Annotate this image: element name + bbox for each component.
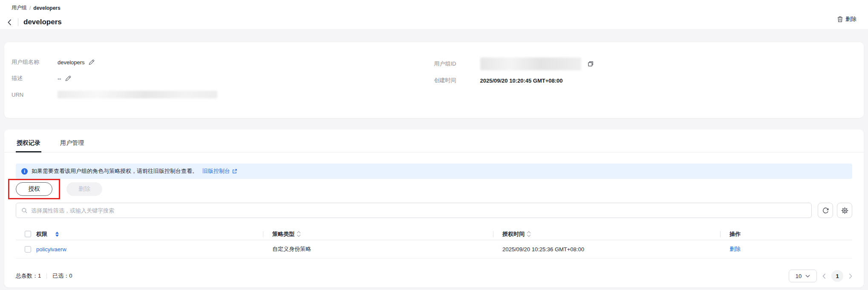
table-settings-button[interactable] (837, 203, 852, 218)
sort-up-icon (55, 232, 59, 234)
description-label: 描述 (12, 75, 58, 82)
delete-group-label: 删除 (845, 15, 856, 23)
tab-bar: 授权记录 用户管理 (16, 135, 852, 152)
column-divider (263, 231, 263, 237)
total-count: 总条数：1 (16, 272, 41, 280)
col-action-label: 操作 (730, 230, 741, 238)
column-divider (720, 231, 721, 237)
tab-authorization-records[interactable]: 授权记录 (16, 135, 41, 152)
page-size-select[interactable]: 10 (789, 270, 817, 282)
chevron-left-icon (8, 19, 12, 26)
legacy-console-link-label: 旧版控制台 (202, 167, 230, 175)
info-banner: i 如果需要查看该用户组的角色与策略授权，请前往旧版控制台查看。 旧版控制台 (16, 164, 852, 179)
previous-page-button[interactable] (822, 273, 826, 279)
caret-down-icon (297, 233, 300, 237)
chevron-right-icon (849, 273, 852, 279)
pagination: 10 1 (789, 270, 852, 282)
authorization-table: 权限 策略类型 授权时间 (16, 228, 852, 258)
group-id-row: 用户组ID (434, 57, 857, 70)
description-row: 描述 -- (12, 74, 434, 83)
record-counts: 总条数：1 已选：0 (16, 272, 72, 280)
sort-auth-time-button[interactable] (528, 232, 530, 236)
sort-down-icon (55, 235, 59, 237)
chevron-down-icon (805, 275, 810, 278)
copy-group-id-button[interactable] (587, 60, 594, 67)
page-title: developers (23, 18, 62, 26)
details-right-column: 用户组ID 创建时间 2025/09/20 10:20:45 GMT+08:00 (434, 57, 857, 99)
red-annotation-box: 授权 (8, 179, 60, 199)
col-permission-label: 权限 (36, 230, 47, 238)
created-time-row: 创建时间 2025/09/20 10:20:45 GMT+08:00 (434, 76, 857, 85)
toolbar: 授权 删除 (8, 179, 852, 199)
title-row: developers (4, 17, 856, 27)
external-link-icon (232, 169, 237, 174)
breadcrumb-current: developers (33, 5, 60, 11)
sort-permission-button[interactable] (55, 232, 59, 237)
row-checkbox[interactable] (25, 246, 31, 253)
permission-link[interactable]: policyivaerw (36, 246, 66, 253)
copy-icon (587, 60, 594, 67)
next-page-button[interactable] (849, 273, 852, 279)
auth-time-cell: 2025/09/20 10:25:36 GMT+08:00 (493, 246, 584, 253)
search-row (16, 203, 852, 218)
urn-label: URN (12, 92, 58, 98)
search-input[interactable] (31, 207, 806, 214)
urn-row: URN (12, 90, 434, 99)
breadcrumb: 用户组 / developers (12, 4, 856, 11)
col-policy-type-label: 策略类型 (272, 230, 294, 238)
gear-icon (841, 207, 848, 214)
col-auth-time-label: 授权时间 (502, 230, 525, 238)
table-row: policyivaerw 自定义身份策略 2025/09/20 10:25:36… (16, 240, 852, 258)
legacy-console-link[interactable]: 旧版控制台 (202, 167, 237, 175)
back-button[interactable] (4, 17, 14, 27)
authorize-button[interactable]: 授权 (16, 182, 52, 196)
delete-group-button[interactable]: 删除 (837, 15, 856, 23)
authorization-card: 授权记录 用户管理 i 如果需要查看该用户组的角色与策略授权，请前往旧版控制台查… (4, 129, 864, 287)
group-details-card: 用户组名称 developers 描述 -- (4, 42, 864, 118)
row-delete-link[interactable]: 删除 (720, 245, 741, 253)
search-icon (21, 207, 28, 214)
page-header: 用户组 / developers developers 删除 (0, 0, 868, 29)
select-all-checkbox[interactable] (25, 231, 31, 237)
selected-count: 已选：0 (52, 272, 72, 280)
title-divider (18, 18, 18, 26)
group-id-label: 用户组ID (434, 60, 480, 68)
content-area: 用户组名称 developers 描述 -- (0, 29, 868, 287)
tab-user-management[interactable]: 用户管理 (59, 135, 85, 152)
policy-type-cell: 自定义身份策略 (263, 245, 311, 253)
sort-policy-type-button[interactable] (297, 232, 300, 236)
refresh-icon (822, 207, 829, 214)
info-icon: i (21, 168, 28, 175)
chevron-left-icon (822, 273, 826, 279)
count-divider (46, 273, 47, 279)
breadcrumb-separator: / (29, 5, 31, 11)
created-time-value: 2025/09/20 10:20:45 GMT+08:00 (480, 78, 563, 84)
urn-redacted-value (58, 91, 217, 98)
refresh-button[interactable] (818, 203, 833, 218)
breadcrumb-parent[interactable]: 用户组 (12, 4, 27, 11)
group-name-row: 用户组名称 developers (12, 57, 434, 67)
delete-selected-button[interactable]: 删除 (66, 182, 102, 196)
info-banner-text: 如果需要查看该用户组的角色与策略授权，请前往旧版控制台查看。 (32, 167, 198, 175)
created-time-label: 创建时间 (434, 77, 480, 84)
search-box[interactable] (16, 203, 812, 218)
group-name-label: 用户组名称 (12, 58, 58, 66)
table-footer: 总条数：1 已选：0 10 1 (16, 270, 852, 282)
details-left-column: 用户组名称 developers 描述 -- (12, 57, 434, 99)
table-header-row: 权限 策略类型 授权时间 (16, 228, 852, 240)
group-name-value: developers (58, 59, 85, 66)
current-page-button[interactable]: 1 (831, 270, 843, 282)
edit-description-button[interactable] (65, 75, 71, 82)
trash-icon (837, 16, 843, 23)
group-id-redacted-value (480, 57, 581, 70)
caret-down-icon (527, 233, 531, 237)
page-size-value: 10 (796, 273, 802, 279)
column-divider (493, 231, 493, 237)
edit-group-name-button[interactable] (88, 59, 95, 66)
pencil-icon (88, 59, 95, 66)
description-value: -- (58, 75, 61, 82)
pencil-icon (65, 75, 71, 82)
